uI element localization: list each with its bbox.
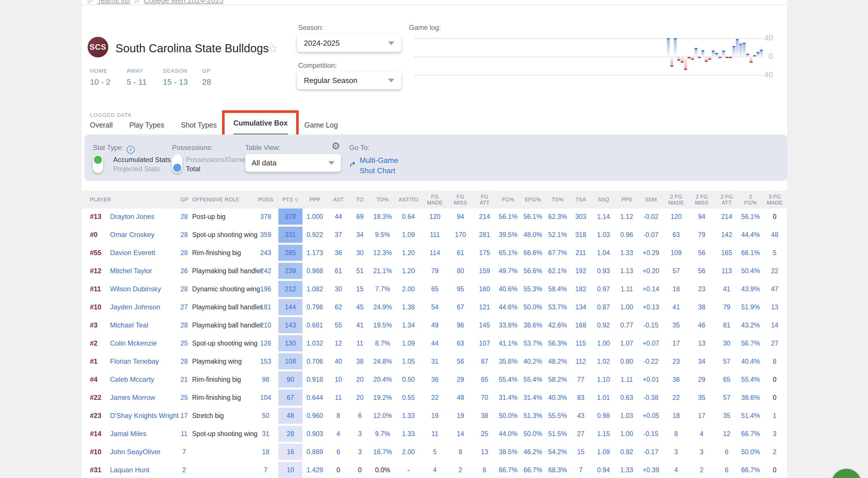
possessions-toggle[interactable] [172, 154, 182, 173]
column-header-efgpct[interactable]: EFG% [520, 197, 546, 203]
player-cell: #2Colin Mckenzie [90, 339, 176, 347]
stat-cell: 1.33 [395, 412, 422, 420]
stat-cell: 126 [253, 339, 278, 347]
competition-select[interactable]: Regular Season [297, 71, 401, 89]
y-axis-tick-label: 40 [760, 70, 773, 79]
stat-cell: 11 [176, 430, 192, 438]
tab-cumulative-box[interactable]: Cumulative Box [234, 119, 288, 136]
stat-type-label: Stat Type:i [93, 144, 135, 154]
stat-cell: 0.64 [395, 213, 422, 220]
player-link[interactable]: Florian Tenebay [110, 357, 159, 365]
column-header-ssq[interactable]: SSQ [592, 197, 615, 203]
stat-cell: 56.3% [546, 339, 569, 347]
column-header-2-fgpct[interactable]: 2 FG% [739, 193, 762, 206]
favorite-star-icon[interactable]: ☆ [268, 42, 278, 55]
possessions-option-per-game[interactable]: Possessions/Game [186, 156, 245, 164]
column-header-ssm[interactable]: SSM [639, 197, 663, 203]
column-header-3-fg-made[interactable]: 3 FG MADE [762, 193, 787, 206]
player-link[interactable]: Wilson Dubinsky [110, 285, 161, 293]
stat-cell: 66.1% [739, 249, 762, 257]
stat-cell: 214 [473, 213, 496, 220]
table-view-select[interactable]: All data [245, 154, 341, 172]
column-header-pts[interactable]: PTS▽ [278, 197, 303, 203]
column-header-offensive-role[interactable]: OFFENSIVE ROLE [192, 197, 253, 203]
stat-cell: 8 [448, 448, 473, 456]
stat-cell: 142 [714, 231, 739, 239]
game-log-bar [725, 57, 728, 58]
player-link[interactable]: Laquan Hunt [110, 466, 149, 474]
stat-cell: 0.706 [303, 358, 327, 365]
column-header-tspct[interactable]: TS% [546, 197, 569, 203]
jersey-number: #55 [90, 249, 106, 257]
tab-shot-types[interactable]: Shot Types [181, 121, 217, 136]
column-header-ppp[interactable]: PPP [303, 197, 327, 203]
player-link[interactable]: Caleb Mccarty [110, 376, 154, 384]
stat-cell: 3 [349, 448, 370, 456]
table-row: #23D'Shay Knights Wright17Stretch big504… [82, 408, 787, 424]
column-header-tsa[interactable]: TSA [569, 197, 592, 203]
stat-cell: 18.3% [370, 213, 395, 220]
stat-cell: 1.02 [592, 358, 615, 365]
stat-cell: 67 [448, 303, 473, 311]
player-link[interactable]: John SeayOliver [110, 448, 161, 456]
column-header-player[interactable]: PLAYER [90, 197, 176, 203]
info-icon[interactable]: i [127, 146, 135, 154]
player-link[interactable]: Jayden Johnson [110, 303, 160, 311]
stat-cell: 175 [473, 249, 496, 257]
stat-cell: 31 [253, 430, 278, 438]
column-header-gp[interactable]: GP [176, 197, 192, 203]
tab-game-log[interactable]: Game Log [305, 121, 338, 136]
stat-cell: 22 [762, 267, 787, 275]
breadcrumb-link[interactable]: Teams list [97, 0, 130, 5]
column-header-fg-att[interactable]: FG ATT [473, 193, 496, 206]
column-header-pps[interactable]: PPS [615, 197, 639, 203]
stat-type-toggle[interactable] [93, 154, 103, 173]
stat-cell: 65.1% [496, 249, 520, 257]
column-header-fgpct[interactable]: FG% [496, 197, 520, 203]
stat-cell: 0.889 [303, 448, 327, 456]
column-header-ast/to[interactable]: AST/TO [395, 197, 422, 203]
season-label: Season: [298, 24, 323, 32]
player-link[interactable]: Drayton Jones [110, 213, 155, 220]
player-link[interactable]: Colin Mckenzie [110, 339, 157, 347]
tab-overall[interactable]: Overall [90, 121, 113, 136]
gear-icon[interactable]: ⚙ [332, 140, 340, 152]
column-header-to[interactable]: TO [349, 197, 370, 203]
stat-cell: 65 [473, 376, 496, 384]
offensive-role: Playmaking wing [192, 358, 253, 365]
stat-cell: 114 [422, 249, 448, 257]
player-cell: #31Laquan Hunt [90, 466, 176, 474]
player-link[interactable]: Michael Teal [110, 321, 148, 329]
column-header-ast[interactable]: AST [327, 197, 349, 203]
stat-cell: 20 [349, 394, 370, 401]
player-link[interactable]: Mitchel Taylor [110, 267, 152, 275]
player-link[interactable]: Davion Everett [110, 249, 155, 257]
column-header-fg-miss[interactable]: FG MISS [448, 193, 473, 206]
column-header-poss[interactable]: POSS [253, 197, 278, 203]
stat-cell: 56.1% [520, 213, 546, 220]
column-header-2-fg-att[interactable]: 2 FG ATT [714, 193, 739, 206]
player-link[interactable]: D'Shay Knights Wright [110, 412, 179, 420]
column-header-2-fg-miss[interactable]: 2 FG MISS [689, 193, 714, 206]
breadcrumb-link[interactable]: College Men 2024-2025 [144, 0, 223, 5]
stat-type-option-accumulated[interactable]: Accumulated Stats [113, 156, 170, 164]
stat-cell: 30 [349, 249, 370, 257]
player-link[interactable]: James Morrow [110, 393, 155, 401]
player-link[interactable]: Omar Croskey [110, 231, 155, 239]
stat-cell: -0.02 [639, 213, 663, 220]
tab-play-types[interactable]: Play Types [129, 121, 164, 136]
stat-cell: 4 [689, 430, 714, 438]
stat-cell: 8 [327, 412, 349, 420]
column-header-2-fg-made[interactable]: 2 FG MADE [663, 193, 689, 206]
multi-game-shot-chart-link[interactable]: Multi-Game Shot Chart [360, 155, 398, 176]
season-select[interactable]: 2024-2025 [297, 34, 401, 52]
possessions-option-total[interactable]: Total [186, 165, 200, 173]
stat-type-option-projected[interactable]: Projected Stats [113, 165, 160, 173]
column-header-fg-made[interactable]: FG MADE [422, 193, 448, 206]
stat-cell: +0.07 [639, 339, 663, 347]
column-header-topct[interactable]: TO% [370, 197, 395, 203]
player-link[interactable]: Jamal Miles [110, 430, 147, 438]
chat-bubble-button[interactable] [832, 469, 861, 478]
stat-cell: 55.5% [546, 412, 569, 420]
stat-cell: 182 [569, 285, 592, 293]
